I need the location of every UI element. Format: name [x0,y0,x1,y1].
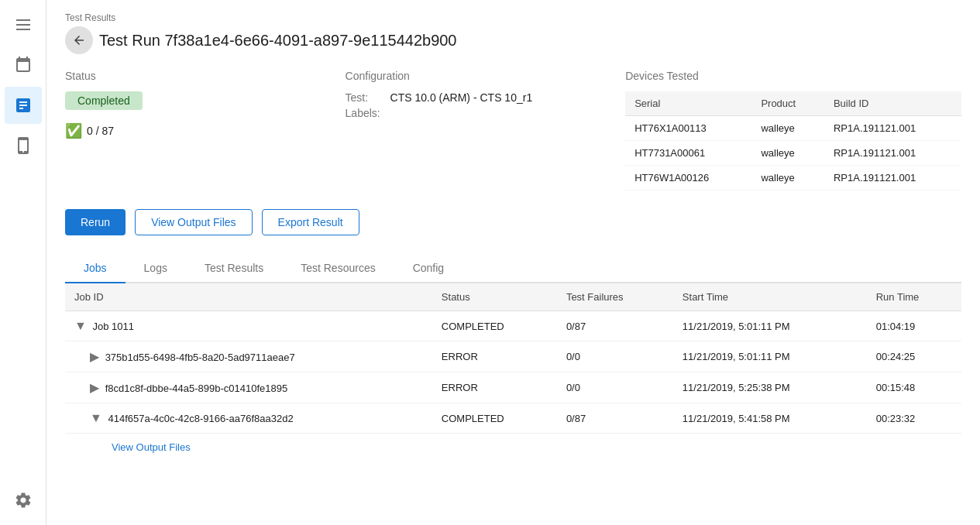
job-status-cell: COMPLETED [432,311,557,341]
main-content: Test Results Test Run 7f38a1e4-6e66-4091… [46,0,980,525]
pass-count-value: 0 / 87 [87,125,114,137]
tab-test-results[interactable]: Test Results [186,254,282,283]
expand-icon[interactable]: ▶ [90,381,99,394]
devices-table-row: HT76X1A00113 walleye RP1A.191121.001 [625,116,961,141]
header-row: Test Run 7f38a1e4-6e66-4091-a897-9e11544… [65,26,961,54]
job-id-value: 375b1d55-6498-4fb5-8a20-5ad9711aeae7 [105,352,295,363]
job-start-time-cell: 11/21/2019, 5:01:11 PM [673,341,867,372]
status-label: Status [65,70,346,82]
table-row: ▶ 375b1d55-6498-4fb5-8a20-5ad9711aeae7 E… [65,341,961,372]
sidebar-item-list[interactable] [5,6,42,43]
job-id-value: 414f657a-4c0c-42c8-9166-aa76f8aa32d2 [108,413,293,424]
jobs-col-id: Job ID [65,283,432,311]
job-failures-cell: 0/87 [557,311,673,341]
job-start-time-cell: 11/21/2019, 5:25:38 PM [673,372,867,403]
table-row: ▼ 414f657a-4c0c-42c8-9166-aa76f8aa32d2 C… [65,403,961,434]
job-start-time-cell: 11/21/2019, 5:41:58 PM [673,403,867,434]
job-status-cell: COMPLETED [432,403,557,434]
device-serial: HT76W1A00126 [625,166,751,190]
rerun-button[interactable]: Rerun [65,209,126,235]
jobs-col-start: Start Time [673,283,867,311]
sidebar-item-calendar[interactable] [5,46,42,84]
devices-table-row: HT7731A00061 walleye RP1A.191121.001 [625,141,961,166]
job-failures-cell: 0/0 [557,341,673,372]
job-id-cell: ▶ 375b1d55-6498-4fb5-8a20-5ad9711aeae7 [65,341,432,372]
pass-count: ✅ 0 / 87 [65,122,346,139]
job-run-time-cell: 00:24:25 [867,341,961,372]
device-serial: HT76X1A00113 [625,116,751,141]
jobs-col-status: Status [432,283,557,311]
tab-config[interactable]: Config [394,254,462,283]
job-run-time-cell: 01:04:19 [867,311,961,341]
action-buttons: Rerun View Output Files Export Result [65,209,961,235]
device-build-id: RP1A.191121.001 [824,166,961,190]
sidebar-item-devices[interactable] [5,127,42,164]
table-row: ▼ Job 1011 COMPLETED 0/87 11/21/2019, 5:… [65,311,961,341]
export-result-button[interactable]: Export Result [262,209,359,235]
job-run-time-cell: 00:15:48 [867,372,961,403]
devices-col-serial: Serial [625,91,751,116]
devices-table-row: HT76W1A00126 walleye RP1A.191121.001 [625,166,961,190]
expand-icon[interactable]: ▼ [90,411,102,424]
job-status-cell: ERROR [432,341,557,372]
view-output-button[interactable]: View Output Files [135,209,252,235]
tab-logs[interactable]: Logs [126,254,186,283]
config-label: Configuration [346,70,626,82]
config-labels-label: Labels: [346,107,384,119]
job-failures-cell: 0/87 [557,403,673,434]
svg-rect-0 [16,19,30,21]
device-product: walleye [751,141,824,166]
page-title: Test Run 7f38a1e4-6e66-4091-a897-9e11544… [99,32,457,50]
back-button[interactable] [65,26,93,54]
config-test-label: Test: [346,91,384,104]
sidebar-item-analytics[interactable] [5,87,42,124]
config-block: Configuration Test: CTS 10.0 (ARM) - CTS… [346,70,626,190]
view-output-files-link[interactable]: View Output Files [65,434,961,461]
svg-rect-1 [16,24,30,26]
device-serial: HT7731A00061 [625,141,751,166]
job-id-value: Job 1011 [92,321,134,332]
tab-test-resources[interactable]: Test Resources [282,254,394,283]
job-status-cell: ERROR [432,372,557,403]
jobs-table: Job ID Status Test Failures Start Time R… [65,283,961,434]
job-id-cell: ▼ 414f657a-4c0c-42c8-9166-aa76f8aa32d2 [65,403,432,434]
status-badge: Completed [65,91,143,110]
pass-icon: ✅ [65,122,82,139]
sidebar [0,0,46,525]
device-build-id: RP1A.191121.001 [824,141,961,166]
devices-block: Devices Tested Serial Product Build ID H… [625,70,961,190]
expand-icon[interactable]: ▶ [90,350,99,363]
tabs: JobsLogsTest ResultsTest ResourcesConfig [65,254,961,283]
devices-col-build: Build ID [824,91,961,116]
job-failures-cell: 0/0 [557,372,673,403]
expand-icon[interactable]: ▼ [74,319,87,332]
config-test-value: CTS 10.0 (ARM) - CTS 10_r1 [390,91,533,104]
device-product: walleye [751,166,824,190]
job-id-cell: ▼ Job 1011 [65,311,432,341]
devices-table: Serial Product Build ID HT76X1A00113 wal… [625,91,961,190]
svg-rect-2 [16,29,30,30]
jobs-col-runtime: Run Time [867,283,961,311]
job-run-time-cell: 00:23:32 [867,403,961,434]
tab-jobs[interactable]: Jobs [65,254,126,283]
breadcrumb: Test Results [65,12,961,23]
job-id-value: f8cd1c8f-dbbe-44a5-899b-c01410fe1895 [105,383,288,394]
jobs-col-failures: Test Failures [557,283,673,311]
devices-label: Devices Tested [625,70,961,82]
table-row: ▶ f8cd1c8f-dbbe-44a5-899b-c01410fe1895 E… [65,372,961,403]
config-test-row: Test: CTS 10.0 (ARM) - CTS 10_r1 [346,91,626,104]
status-block: Status Completed ✅ 0 / 87 [65,70,346,190]
device-build-id: RP1A.191121.001 [824,116,961,141]
job-id-cell: ▶ f8cd1c8f-dbbe-44a5-899b-c01410fe1895 [65,372,432,403]
config-labels-row: Labels: [346,107,626,119]
device-product: walleye [751,116,824,141]
sidebar-item-settings[interactable] [5,482,42,519]
info-section: Status Completed ✅ 0 / 87 Configuration … [65,70,961,190]
devices-col-product: Product [751,91,824,116]
job-start-time-cell: 11/21/2019, 5:01:11 PM [673,311,867,341]
